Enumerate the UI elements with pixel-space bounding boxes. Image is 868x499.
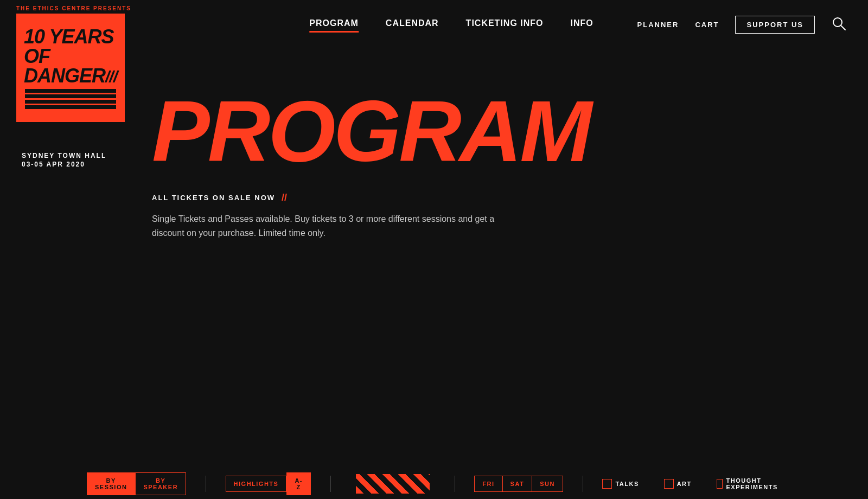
tickets-label-text: ALL TICKETS ON SALE NOW	[152, 194, 275, 202]
thought-experiments-checkbox-group: THOUGHT EXPERIMENTS	[717, 477, 781, 490]
main-content: PROGRAM ALL TICKETS ON SALE NOW // Singl…	[0, 49, 868, 272]
planner-link[interactable]: PLANNER	[637, 21, 679, 29]
session-speaker-group: BY SESSION BY SPEAKER	[87, 472, 186, 495]
bottom-bar: BY SESSION BY SPEAKER HIGHLIGHTS A-Z FRI…	[0, 469, 868, 499]
day-group: FRI SAT SUN	[474, 476, 563, 492]
stripe-decoration	[356, 474, 430, 494]
art-label: ART	[677, 481, 692, 487]
nav-calendar[interactable]: CALENDAR	[386, 18, 439, 30]
header-right: PLANNER CART SUPPORT US	[637, 16, 846, 34]
thought-experiments-checkbox[interactable]	[717, 479, 723, 489]
search-icon[interactable]	[831, 16, 846, 33]
svg-line-1	[841, 25, 845, 30]
talks-checkbox[interactable]	[602, 479, 612, 489]
nav-info[interactable]: INFO	[571, 18, 593, 30]
art-checkbox-group: ART	[664, 479, 692, 489]
session-button[interactable]: BY SESSION	[87, 472, 135, 495]
fri-button[interactable]: FRI	[475, 476, 502, 491]
tickets-label-row: ALL TICKETS ON SALE NOW //	[152, 192, 716, 203]
slash-decoration: //	[282, 192, 287, 203]
presents-text: THE ETHICS CENTRE PRESENTS	[16, 5, 131, 11]
sun-button[interactable]: SUN	[532, 476, 563, 491]
highlights-button[interactable]: HIGHLIGHTS	[226, 476, 287, 492]
talks-label: TALKS	[615, 481, 639, 487]
support-button[interactable]: SUPPORT US	[735, 16, 815, 34]
highlight-az-group: HIGHLIGHTS A-Z	[226, 472, 311, 495]
nav-ticketing[interactable]: TICKETING INFO	[466, 18, 544, 30]
thought-experiments-label: THOUGHT EXPERIMENTS	[726, 477, 781, 490]
tickets-description: Single Tickets and Passes available. Buy…	[152, 212, 521, 240]
main-nav: PROGRAM CALENDAR TICKETING INFO INFO	[309, 18, 593, 30]
az-button[interactable]: A-Z	[286, 472, 311, 495]
speaker-button[interactable]: BY SPEAKER	[135, 472, 186, 495]
art-checkbox[interactable]	[664, 479, 674, 489]
sat-button[interactable]: SAT	[502, 476, 532, 491]
program-heading: PROGRAM	[152, 92, 716, 170]
cart-link[interactable]: CART	[695, 21, 719, 29]
talks-checkbox-group: TALKS	[602, 479, 639, 489]
nav-program[interactable]: PROGRAM	[309, 18, 359, 30]
